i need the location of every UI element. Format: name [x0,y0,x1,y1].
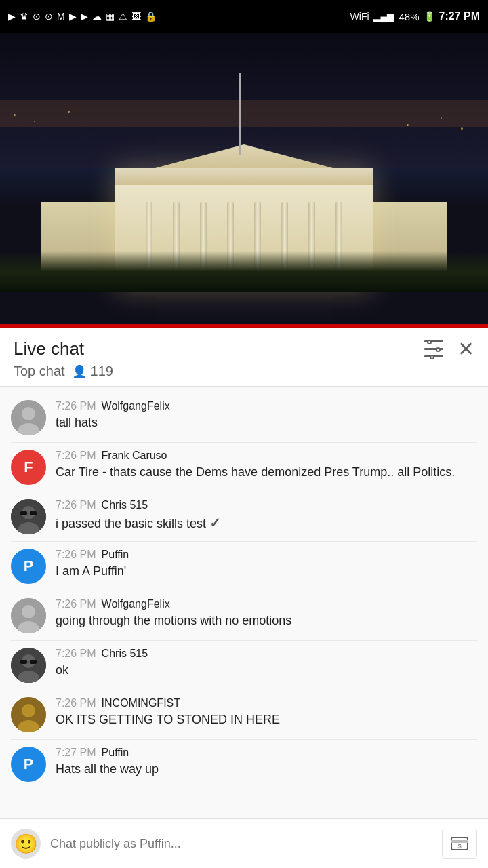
message-meta: 7:26 PM Chris 515 [56,648,477,660]
message-text: going through the motions with no emotio… [56,612,477,629]
message-meta: 7:26 PM WolfgangFelix [56,400,477,412]
battery-percent: 48% [399,11,420,22]
avatar [11,400,46,435]
avatar-letter: F [24,458,33,476]
chat-header: Live chat ✕ Top chat 👤 119 [0,328,488,387]
message-content: 7:27 PM Puffin Hats all the way up [56,747,477,778]
message-time: 7:26 PM [56,400,96,412]
message-meta: 7:26 PM Puffin [56,549,477,561]
message-meta: 7:26 PM WolfgangFelix [56,598,477,610]
chat-subheader: Top chat 👤 119 [14,363,474,379]
emoji-icon: 🙂 [14,833,38,855]
message-author: Puffin [102,549,129,561]
message-content: 7:26 PM INCOMINGFIST OK ITS GETTING TO S… [56,697,477,728]
messenger-icon: M [57,11,65,22]
svg-point-1 [22,407,35,420]
cloud-icon: ☁ [92,11,102,22]
message-content: 7:26 PM WolfgangFelix going through the … [56,598,477,629]
message-author: INCOMINGFIST [102,697,180,709]
message-time: 7:26 PM [56,598,96,610]
message-author: WolfgangFelix [102,598,170,610]
message-content: 7:26 PM Chris 515 ok [56,648,477,679]
chat-input[interactable] [50,837,432,851]
building-scene [0,33,488,324]
youtube-icon: ▶ [8,11,16,22]
close-button[interactable]: ✕ [458,339,474,359]
chat-message: 7:26 PM WolfgangFelix tall hats [0,393,488,442]
top-chat-label: Top chat [14,363,65,379]
filter-button[interactable] [424,340,444,357]
message-author: Chris 515 [102,648,148,660]
photos-icon: 🖼 [131,11,141,22]
person-icon: 👤 [72,364,87,379]
viewer-count-value: 119 [91,363,113,379]
avatar [11,697,46,732]
live-chat-title: Live chat [14,338,84,359]
chat-message: 7:26 PM Chris 515 i passed the basic ski… [0,492,488,541]
youtube2-icon: ▶ [69,11,77,22]
message-time: 7:26 PM [56,499,96,511]
message-text: I am A Puffin' [56,563,477,580]
message-time: 7:26 PM [56,697,96,709]
message-author: Frank Caruso [102,450,167,462]
message-time: 7:26 PM [56,549,96,561]
battery-icon: 🔋 [424,11,435,22]
chat-message: 7:26 PM WolfgangFelix going through the … [0,591,488,640]
message-meta: 7:26 PM INCOMINGFIST [56,697,477,709]
chat-message: P 7:27 PM Puffin Hats all the way up [0,740,488,789]
youtube3-icon: ▶ [81,11,88,22]
svg-rect-6 [20,511,27,515]
checkmark-icon: ✓ [209,515,221,530]
message-author: WolfgangFelix [102,400,170,412]
avatar-letter: P [24,557,34,575]
avatar: P [11,549,46,584]
message-text: ok [56,662,477,679]
header-actions: ✕ [424,339,474,359]
chat-input-area: 🙂 $ [0,818,488,868]
message-text: Car Tire - thats cause the Dems have dem… [56,464,477,481]
message-author: Puffin [102,747,129,759]
message-content: 7:26 PM Frank Caruso Car Tire - thats ca… [56,450,477,481]
message-content: 7:26 PM Puffin I am A Puffin' [56,549,477,580]
message-text: Hats all the way up [56,761,477,778]
svg-rect-16 [30,660,37,664]
crown-icon: ♛ [20,11,28,22]
lock-icon: 🔒 [145,11,157,22]
avatar [11,499,46,534]
chat-header-top: Live chat ✕ [14,338,474,359]
message-time: 7:26 PM [56,648,96,660]
message-author: Chris 515 [102,499,148,511]
wifi-icon: WiFi [350,11,369,22]
superchat-button[interactable]: $ [442,829,477,859]
chat-message: P 7:26 PM Puffin I am A Puffin' [0,542,488,591]
svg-point-10 [22,605,35,618]
warning-icon: ⚠ [119,11,127,22]
svg-point-19 [22,704,35,717]
viewer-count: 👤 119 [72,363,113,379]
superchat-icon: $ [450,834,469,853]
status-bar: ▶ ♛ ⊙ ⊙ M ▶ ▶ ☁ ▦ ⚠ 🖼 🔒 WiFi ▂▄▆ 48% 🔋 7… [0,0,488,33]
video-player[interactable] [0,33,488,324]
message-text: tall hats [56,414,477,431]
time-display: 7:27 PM [439,10,480,22]
status-icons-right: WiFi ▂▄▆ 48% 🔋 7:27 PM [350,10,480,22]
emoji-button[interactable]: 🙂 [11,829,41,859]
message-text: OK ITS GETTING TO STONED IN HERE [56,711,477,728]
files-icon: ▦ [106,11,115,22]
status-icons-left: ▶ ♛ ⊙ ⊙ M ▶ ▶ ☁ ▦ ⚠ 🖼 🔒 [8,11,157,22]
message-content: 7:26 PM WolfgangFelix tall hats [56,400,477,431]
svg-rect-15 [20,660,27,664]
avatar [11,598,46,633]
message-meta: 7:26 PM Frank Caruso [56,450,477,462]
message-content: 7:26 PM Chris 515 i passed the basic ski… [56,499,477,532]
svg-text:$: $ [458,843,461,850]
message-meta: 7:27 PM Puffin [56,747,477,759]
chat-messages-container[interactable]: 7:26 PM WolfgangFelix tall hats F 7:26 P… [0,387,488,843]
message-time: 7:27 PM [56,747,96,759]
chat-message: F 7:26 PM Frank Caruso Car Tire - thats … [0,443,488,492]
avatar: F [11,450,46,485]
avatar [11,648,46,683]
video-background [0,33,488,324]
message-text: i passed the basic skills test ✓ [56,513,477,532]
avatar: P [11,747,46,782]
